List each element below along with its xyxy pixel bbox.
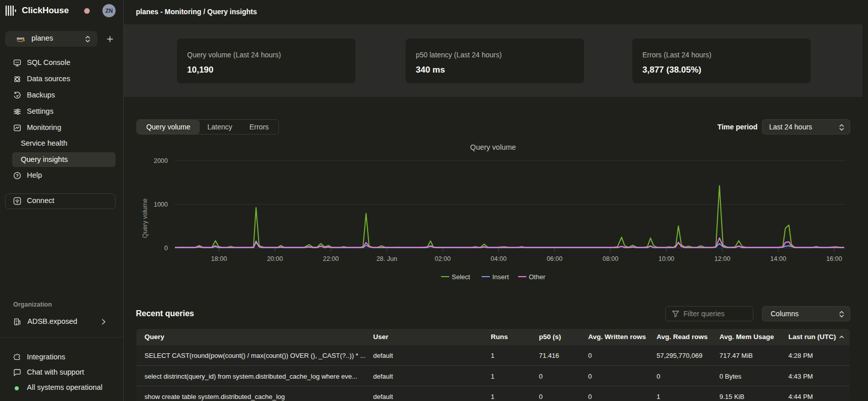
svg-text:16:00: 16:00 — [826, 255, 842, 262]
svg-text:Other: Other — [529, 273, 546, 281]
svg-text:22:00: 22:00 — [323, 255, 339, 262]
svg-text:?: ? — [16, 173, 18, 178]
svg-text:10:00: 10:00 — [659, 255, 674, 262]
svg-text:14:00: 14:00 — [770, 255, 786, 262]
svg-text:2000: 2000 — [154, 157, 168, 164]
svg-text:0: 0 — [164, 245, 168, 252]
svg-text:1000: 1000 — [154, 201, 168, 208]
svg-text:02:00: 02:00 — [435, 255, 451, 262]
svg-text:12:00: 12:00 — [714, 255, 730, 262]
svg-text:Query volume: Query volume — [141, 198, 149, 238]
svg-text:20:00: 20:00 — [267, 255, 283, 262]
svg-text:04:00: 04:00 — [491, 255, 507, 262]
svg-text:Insert: Insert — [492, 273, 509, 281]
svg-text:aws: aws — [17, 36, 25, 41]
svg-text:18:00: 18:00 — [211, 255, 227, 262]
svg-text:28. Jun: 28. Jun — [376, 255, 397, 262]
svg-text:06:00: 06:00 — [547, 255, 562, 262]
svg-text:08:00: 08:00 — [602, 255, 618, 262]
svg-text:Select: Select — [452, 273, 471, 281]
